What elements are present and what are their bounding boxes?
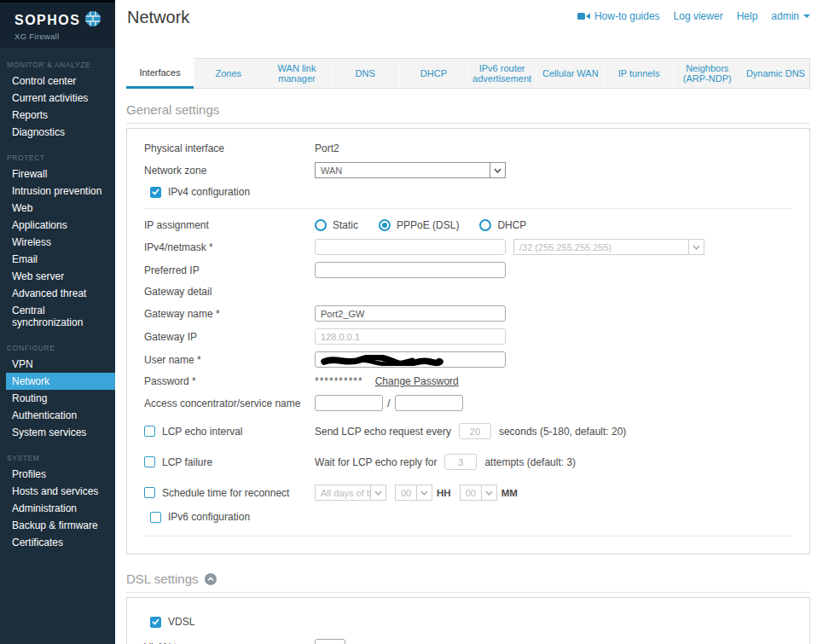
network-zone-select[interactable]: WAN bbox=[315, 162, 506, 178]
sidebar-item-routing[interactable]: Routing bbox=[0, 390, 115, 407]
access-concentrator-label: Access concentrator/service name bbox=[144, 397, 315, 409]
howto-guides-link[interactable]: How-to guides bbox=[577, 10, 660, 22]
access-concentrator-input[interactable] bbox=[315, 395, 383, 411]
netmask-selected-value: /32 (255.255.255.255) bbox=[519, 242, 611, 252]
sidebar-item-authentication[interactable]: Authentication bbox=[0, 407, 115, 424]
hh-unit-label: HH bbox=[437, 488, 451, 498]
physical-interface-label: Physical interface bbox=[144, 142, 315, 154]
sidebar-item-web-server[interactable]: Web server bbox=[0, 268, 115, 285]
sidebar-item-backup-firmware[interactable]: Backup & firmware bbox=[0, 517, 115, 534]
lcp-failure-text-after: attempts (default: 3) bbox=[484, 456, 576, 468]
schedule-reconnect-label: Schedule time for reconnect bbox=[162, 487, 289, 499]
sophos-logo: SOPHOS bbox=[14, 13, 80, 28]
sidebar-item-vpn[interactable]: VPN bbox=[0, 356, 115, 373]
ipv4-configuration-label: IPv4 configuration bbox=[168, 186, 250, 198]
schedule-mm-value: 00 bbox=[466, 488, 476, 498]
tab-dhcp[interactable]: DHCP bbox=[399, 59, 467, 88]
user-name-row: User name * bbox=[127, 348, 809, 371]
lcp-echo-interval-row: LCP echo interval Send LCP echo request … bbox=[127, 420, 809, 443]
preferred-ip-row: Preferred IP bbox=[127, 258, 809, 281]
ipv6-configuration-label: IPv6 configuration bbox=[168, 511, 250, 523]
sidebar-item-central-synchronization[interactable]: Central synchronization bbox=[0, 302, 115, 331]
sidebar-item-reports[interactable]: Reports bbox=[0, 107, 115, 124]
ipv6-configuration-checkbox[interactable] bbox=[150, 512, 161, 523]
access-concentrator-row: Access concentrator/service name / bbox=[127, 392, 809, 415]
schedule-hh-select[interactable]: 00 bbox=[395, 484, 432, 501]
change-password-link[interactable]: Change Password bbox=[375, 375, 459, 387]
log-viewer-link[interactable]: Log viewer bbox=[674, 10, 723, 22]
tab-wan-link-manager[interactable]: WAN link manager bbox=[262, 59, 330, 88]
sidebar-item-advanced-threat[interactable]: Advanced threat bbox=[0, 285, 115, 302]
tab-dns[interactable]: DNS bbox=[331, 59, 399, 88]
sidebar-item-diagnostics[interactable]: Diagnostics bbox=[0, 124, 115, 141]
schedule-mm-select[interactable]: 00 bbox=[460, 484, 497, 501]
sidebar-item-wireless[interactable]: Wireless bbox=[0, 234, 115, 251]
sidebar-item-email[interactable]: Email bbox=[0, 251, 115, 268]
radio-dhcp[interactable] bbox=[479, 219, 491, 231]
ipv4-address-input[interactable] bbox=[315, 239, 506, 255]
vlan-tag-input[interactable] bbox=[315, 639, 345, 644]
sidebar-item-profiles[interactable]: Profiles bbox=[0, 466, 115, 483]
help-link[interactable]: Help bbox=[737, 10, 758, 22]
gateway-name-label: Gateway name * bbox=[144, 308, 315, 320]
vdsl-checkbox[interactable] bbox=[150, 617, 161, 628]
admin-menu[interactable]: admin bbox=[771, 10, 810, 22]
admin-label: admin bbox=[771, 10, 799, 22]
collapse-chevron-up-icon[interactable] bbox=[205, 573, 217, 585]
content: General settings Physical interface Port… bbox=[115, 102, 823, 644]
sidebar-item-current-activities[interactable]: Current activities bbox=[0, 90, 115, 107]
preferred-ip-input[interactable] bbox=[315, 262, 506, 278]
gateway-detail-row: Gateway detail bbox=[127, 281, 809, 302]
sidebar-item-administration[interactable]: Administration bbox=[0, 500, 115, 517]
gateway-ip-input[interactable] bbox=[315, 328, 506, 345]
lcp-failure-attempts-input[interactable] bbox=[444, 454, 477, 470]
ipv4-configuration-checkbox[interactable] bbox=[150, 187, 161, 198]
radio-static[interactable] bbox=[315, 219, 327, 231]
tab-cellular-wan[interactable]: Cellular WAN bbox=[536, 59, 604, 88]
tab-dynamic-dns[interactable]: Dynamic DNS bbox=[741, 59, 809, 88]
lcp-failure-row: LCP failure Wait for LCP echo reply for … bbox=[127, 450, 809, 473]
sidebar: SOPHOS XG Firewall MONIT bbox=[0, 0, 115, 644]
radio-pppoe-dsl[interactable] bbox=[379, 219, 391, 231]
sidebar-item-network[interactable]: Network bbox=[6, 373, 115, 390]
tab-zones[interactable]: Zones bbox=[194, 59, 262, 88]
top-bar: Network How-to guides Log viewer Help ad… bbox=[115, 0, 823, 40]
schedule-day-select[interactable]: All days of the bbox=[315, 484, 386, 501]
nav-section-label: PROTECT bbox=[0, 150, 115, 165]
sidebar-item-system-services[interactable]: System services bbox=[0, 424, 115, 441]
lcp-echo-interval-label: LCP echo interval bbox=[162, 426, 243, 438]
product-name: XG Firewall bbox=[14, 32, 115, 41]
radio-pppoe-dsl-label: PPPoE (DSL) bbox=[397, 219, 459, 231]
sidebar-item-control-center[interactable]: Control center bbox=[0, 73, 115, 90]
schedule-reconnect-checkbox[interactable] bbox=[144, 487, 155, 498]
tab-ipv6-router-advertisement[interactable]: IPv6 router advertisement bbox=[467, 59, 536, 88]
sidebar-item-firewall[interactable]: Firewall bbox=[0, 165, 115, 183]
gateway-name-input[interactable] bbox=[315, 305, 506, 322]
sidebar-item-intrusion-prevention[interactable]: Intrusion prevention bbox=[0, 183, 115, 200]
redaction-scribble bbox=[321, 355, 444, 366]
select-arrow-icon bbox=[481, 485, 496, 500]
lcp-echo-interval-checkbox[interactable] bbox=[144, 426, 155, 437]
user-name-input[interactable] bbox=[315, 351, 506, 368]
ipv4-netmask-label: IPv4/netmask * bbox=[144, 241, 315, 253]
vdsl-row: VDSL bbox=[127, 612, 809, 632]
tab-neighbors-arp-ndp[interactable]: Neighbors (ARP-NDP) bbox=[673, 59, 741, 88]
sidebar-item-certificates[interactable]: Certificates bbox=[0, 534, 115, 551]
nav-section-label: CONFIGURE bbox=[0, 340, 115, 356]
tab-ip-tunnels[interactable]: IP tunnels bbox=[604, 59, 672, 88]
lcp-failure-checkbox[interactable] bbox=[144, 456, 155, 467]
sidebar-item-web[interactable]: Web bbox=[0, 200, 115, 217]
service-name-input[interactable] bbox=[395, 395, 463, 411]
nav-section-label: SYSTEM bbox=[0, 450, 115, 466]
schedule-day-value: All days of the bbox=[321, 488, 370, 498]
ip-assignment-row: IP assignment Static PPPoE (DSL) DHCP bbox=[127, 215, 809, 235]
vdsl-label: VDSL bbox=[168, 616, 194, 628]
sidebar-item-hosts-and-services[interactable]: Hosts and services bbox=[0, 483, 115, 500]
netmask-select[interactable]: /32 (255.255.255.255) bbox=[513, 239, 704, 255]
mm-unit-label: MM bbox=[501, 488, 518, 498]
network-zone-selected-value: WAN bbox=[321, 165, 342, 176]
lcp-echo-seconds-input[interactable] bbox=[459, 423, 491, 439]
tab-interfaces[interactable]: Interfaces bbox=[126, 58, 194, 89]
sidebar-item-applications[interactable]: Applications bbox=[0, 217, 115, 234]
gateway-ip-row: Gateway IP bbox=[127, 325, 809, 348]
